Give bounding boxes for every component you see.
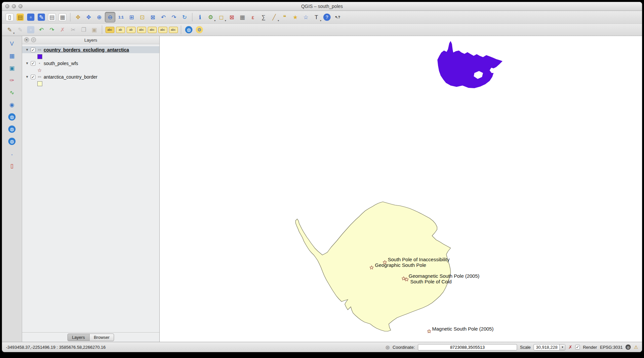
text-annotation-button[interactable]: T▾ (311, 12, 321, 22)
show-bookmarks-button[interactable]: ☆ (301, 12, 311, 22)
add-wms-layer-button[interactable]: ◍ (7, 112, 17, 122)
dropdown-arrow-icon[interactable]: ▾ (214, 19, 216, 22)
crs-status-icon[interactable]: ◍ (625, 344, 631, 350)
zoom-to-selection-button[interactable]: ⊡ (137, 12, 147, 22)
dropdown-arrow-icon[interactable]: ▾ (320, 19, 321, 22)
composer-manager-button[interactable]: ▦ (58, 12, 67, 22)
add-wcs-layer-button[interactable]: ◍ (7, 124, 17, 134)
map-tips-button[interactable]: ❝ (280, 12, 290, 22)
layer-visibility-checkbox[interactable]: ✓ (31, 75, 35, 79)
scale-dropdown-icon[interactable]: ▼ (559, 344, 565, 350)
add-postgis-layer-button[interactable]: ▣ (7, 63, 17, 73)
save-project-button[interactable]: ▫ (26, 12, 36, 22)
layer-color-swatch[interactable] (37, 81, 42, 86)
label-pin-button[interactable]: abc (137, 25, 146, 35)
disclosure-triangle-icon[interactable]: ▼ (25, 75, 29, 79)
zoom-next-button[interactable]: ↷ (169, 12, 179, 22)
pan-map-button[interactable]: ✥ (73, 12, 83, 22)
new-bookmark-button[interactable]: ★ (290, 12, 300, 22)
layer-row[interactable]: ▼✓▭country_borders_excluding_antarctica (22, 46, 159, 53)
label-move-button[interactable]: ab (115, 25, 125, 35)
field-calculator-button[interactable]: ε (248, 12, 258, 22)
layer-name[interactable]: antarctica_country_border (44, 74, 98, 80)
zoom-full-button[interactable]: ⊞ (127, 12, 137, 22)
label-rotate-button[interactable]: ab (126, 25, 136, 35)
undo-button[interactable]: ↶ (36, 25, 46, 35)
map-svg[interactable]: South Pole of InaccessibilityGeographic … (160, 36, 642, 342)
zoom-native-button[interactable]: 1:1 (116, 12, 126, 22)
zoom-last-button[interactable]: ↶ (158, 12, 168, 22)
zoom-to-layer-button[interactable]: ⊠ (148, 12, 158, 22)
help-button[interactable]: ? (322, 12, 332, 22)
paste-features-button: ▣ (89, 25, 99, 35)
select-features-button[interactable]: ◻▾ (216, 12, 226, 22)
label-show-hide-button[interactable]: abc (147, 25, 157, 35)
render-checkbox[interactable]: ✓ (575, 345, 580, 349)
coordinate-input[interactable] (418, 344, 517, 350)
layer-row[interactable]: ▼✓⋆south_poles_wfs (22, 60, 159, 67)
current-edits-button[interactable]: ✎▾ (5, 25, 15, 35)
refresh-map-button[interactable]: ↻ (180, 12, 189, 22)
layer-name[interactable]: south_poles_wfs (44, 61, 78, 66)
minimize-window-icon[interactable] (12, 4, 16, 8)
whats-this-button[interactable]: ↖? (333, 12, 342, 22)
layer-color-swatch[interactable] (37, 54, 42, 59)
zoom-window-icon[interactable] (19, 4, 22, 8)
redo-button[interactable]: ↷ (47, 25, 57, 35)
title-bar[interactable]: QGIS – south_poles (2, 2, 642, 11)
open-project-button[interactable]: ▤ (15, 12, 25, 22)
add-spatialite-layer-button[interactable]: ✑ (7, 75, 17, 85)
layer-visibility-checkbox[interactable]: ✓ (31, 61, 35, 66)
pan-to-selection-icon: ✥ (85, 14, 92, 21)
add-raster-layer-button[interactable]: ▦ (7, 51, 17, 61)
add-mssql-layer-button[interactable]: ∿ (7, 88, 17, 97)
panel-float-icon[interactable]: ◦ (31, 37, 36, 42)
statistics-button[interactable]: ∑ (259, 12, 268, 22)
run-feature-action-button[interactable]: ⚙▾ (206, 12, 216, 22)
toolbar-separator (70, 13, 70, 21)
open-attribute-table-button[interactable]: ▦ (237, 12, 247, 22)
new-shapefile-layer-button[interactable]: ▯ (7, 161, 17, 171)
add-wfs-layer-button[interactable]: ◍ (7, 136, 17, 146)
tab-layers[interactable]: Layers (67, 334, 90, 341)
pan-to-selection-button[interactable]: ✥ (84, 12, 94, 22)
zoom-out-button[interactable]: ⊖ (105, 12, 115, 22)
scale-combo[interactable]: 30,918,228 ▼ (534, 344, 565, 350)
star-symbol-swatch[interactable]: ☆ (37, 68, 42, 73)
layer-visibility-checkbox[interactable]: ✓ (31, 48, 35, 52)
panel-close-icon[interactable]: ✕ (24, 37, 29, 42)
add-vector-layer-button[interactable]: V (7, 39, 17, 49)
labeling-button[interactable]: abc (105, 25, 115, 35)
identify-features-button[interactable]: ℹ (195, 12, 205, 22)
measure-button[interactable]: ╱▾ (269, 12, 279, 22)
add-oracle-layer-button[interactable]: ◉ (7, 100, 17, 110)
stop-render-icon[interactable]: ✗ (568, 345, 572, 349)
deselect-features-button[interactable]: ⊠ (227, 12, 237, 22)
dropdown-arrow-icon[interactable]: ▾ (13, 32, 15, 35)
globe-button[interactable]: ◍ (184, 25, 194, 35)
whats-this-icon: ↖? (334, 14, 341, 21)
disclosure-triangle-icon[interactable]: ▼ (25, 61, 29, 65)
tab-browser[interactable]: Browser (89, 334, 114, 341)
layer-name[interactable]: country_borders_excluding_antarctica (44, 47, 129, 53)
close-window-icon[interactable] (5, 4, 9, 8)
country-borders-shape[interactable] (437, 41, 503, 88)
layer-row[interactable]: ▼✓▭antarctica_country_border (22, 73, 159, 80)
antarctica-shape[interactable] (296, 202, 451, 331)
map-canvas[interactable]: South Pole of InaccessibilityGeographic … (160, 36, 642, 342)
add-oracle-layer-icon: ◉ (8, 101, 16, 108)
dropdown-arrow-icon[interactable]: ▾ (278, 19, 279, 22)
new-print-composer-button[interactable]: ▤ (47, 12, 57, 22)
messages-icon[interactable]: ⚠ (634, 345, 638, 349)
disclosure-triangle-icon[interactable]: ▼ (25, 48, 29, 52)
label-change-button[interactable]: abc (158, 25, 168, 35)
dropdown-arrow-icon[interactable]: ▾ (225, 19, 226, 22)
scale-value[interactable]: 30,918,228 (534, 344, 559, 350)
processing-button[interactable]: ⚙ (194, 25, 204, 35)
add-delimited-text-layer-button[interactable]: , (7, 149, 17, 159)
label-properties-button[interactable]: abc (168, 25, 178, 35)
new-project-button[interactable]: ▯ (5, 12, 15, 22)
save-project-as-button[interactable]: ✎ (36, 12, 46, 22)
coordinate-capture-icon[interactable]: ◎ (385, 345, 389, 349)
zoom-in-button[interactable]: ⊕ (94, 12, 104, 22)
